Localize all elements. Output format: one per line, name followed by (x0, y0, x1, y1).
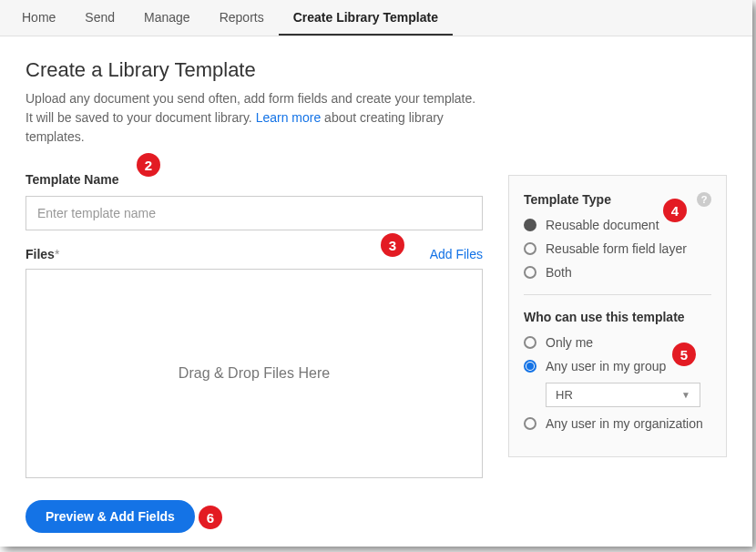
add-files-link[interactable]: Add Files (430, 247, 483, 261)
template-name-input[interactable] (26, 196, 483, 230)
nav-tab-manage[interactable]: Manage (129, 1, 205, 36)
callout-4: 4 (663, 199, 687, 222)
top-navigation: Home Send Manage Reports Create Library … (0, 0, 752, 36)
callout-3: 3 (381, 233, 404, 257)
template-name-label: Template Name (26, 172, 483, 187)
nav-tab-create-library-template[interactable]: Create Library Template (279, 1, 453, 36)
radio-empty-icon (524, 417, 536, 430)
chevron-down-icon: ▼ (681, 390, 690, 400)
radio-empty-icon (524, 242, 536, 255)
template-name-label-text: Template Name (26, 172, 118, 187)
content-area: Create a Library Template Upload any doc… (0, 36, 752, 547)
radio-selected-icon (524, 360, 536, 373)
page-description: Upload any document you send often, add … (26, 89, 483, 147)
who-option-any-user-in-org[interactable]: Any user in my organization (524, 416, 711, 431)
files-header: Files* Add Files (26, 247, 483, 261)
help-icon[interactable]: ? (697, 192, 711, 207)
template-type-title: Template Type (524, 192, 611, 207)
divider (524, 294, 711, 295)
app-window: Home Send Manage Reports Create Library … (0, 0, 752, 547)
select-value: HR (556, 388, 573, 402)
nav-tab-send[interactable]: Send (70, 1, 129, 36)
radio-empty-icon (524, 266, 536, 279)
template-type-option-reusable-form-field-layer[interactable]: Reusable form field layer (524, 241, 711, 256)
option-label: Reusable form field layer (546, 241, 687, 256)
learn-more-link[interactable]: Learn more (256, 110, 322, 125)
option-label: Reusable document (546, 218, 659, 232)
preview-add-fields-button[interactable]: Preview & Add Fields (26, 500, 195, 533)
option-label: Both (546, 265, 572, 280)
template-type-option-reusable-document[interactable]: Reusable document (524, 218, 711, 232)
who-can-use-title-row: Who can use this template (524, 310, 711, 324)
files-label: Files* (26, 247, 59, 261)
left-column: Create a Library Template Upload any doc… (26, 58, 483, 533)
option-label: Any user in my group (546, 359, 666, 373)
option-label: Only me (546, 335, 593, 350)
nav-tab-reports[interactable]: Reports (205, 1, 279, 36)
dropzone-text: Drag & Drop Files Here (179, 365, 330, 382)
page-heading: Create a Library Template (26, 58, 483, 82)
nav-tab-home[interactable]: Home (7, 1, 70, 36)
required-asterisk: * (55, 247, 59, 261)
files-dropzone[interactable]: Drag & Drop Files Here (26, 269, 483, 478)
radio-empty-icon (524, 336, 536, 349)
who-can-use-title: Who can use this template (524, 310, 685, 324)
radio-filled-icon (524, 219, 536, 231)
template-type-option-both[interactable]: Both (524, 265, 711, 280)
callout-5: 5 (672, 342, 696, 366)
callout-2: 2 (137, 153, 160, 177)
callout-6: 6 (199, 506, 222, 529)
group-select[interactable]: HR ▼ (546, 383, 700, 407)
option-label: Any user in my organization (546, 416, 703, 431)
right-panel: Template Type ? Reusable document Reusab… (508, 175, 727, 457)
files-label-text: Files (26, 247, 55, 261)
